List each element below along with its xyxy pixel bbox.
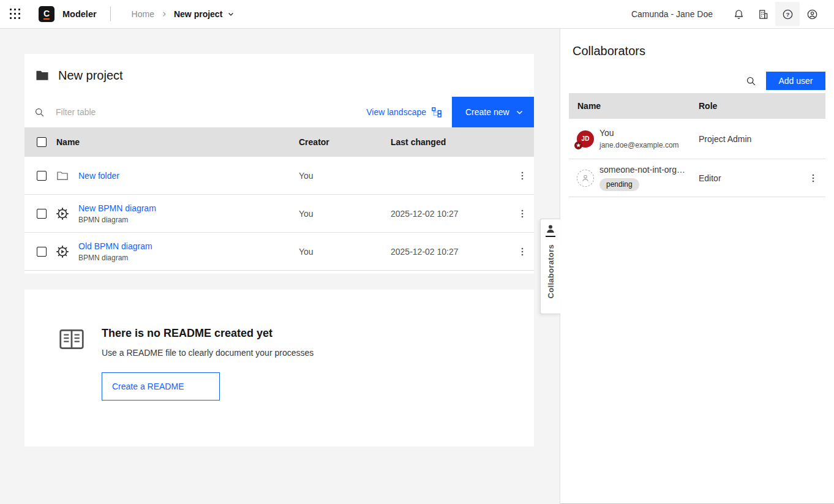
notifications-button[interactable] [726,2,751,26]
row-checkbox[interactable] [37,209,47,219]
readme-body: There is no README created yet Use a REA… [102,327,314,446]
folder-outline-icon [56,170,69,181]
collaborator-role: Editor [699,173,801,183]
bell-icon [732,8,745,21]
overflow-menu-button[interactable] [514,167,531,184]
folder-icon [36,69,49,81]
readme-card: There is no README created yet Use a REA… [24,290,534,446]
person-outline-icon [581,174,590,182]
collaborator-row: someone-not-int-org… pending Editor [569,159,825,197]
search-icon[interactable] [34,107,45,118]
collaborators-table-header: Name Role [569,93,825,119]
collaborators-panel: Collaborators Add user Name Role JD ★ [560,29,834,504]
profile-button[interactable] [800,2,824,26]
create-new-button[interactable]: Create new [452,97,534,127]
creator-cell: You [299,171,391,181]
admin-star-badge: ★ [574,141,582,149]
add-user-button[interactable]: Add user [766,72,825,90]
create-new-label: Create new [465,107,509,117]
app-switcher-icon[interactable] [10,9,21,20]
top-bar-right: Camunda - Jane Doe ? [631,2,824,26]
breadcrumb-current-label: New project [174,9,222,19]
last-changed-cell: 2025-12-02 10:27 [391,209,510,219]
overflow-menu-button[interactable] [514,205,531,222]
filter-search [24,107,366,118]
person-icon [546,225,555,237]
files-table-header: Name Creator Last changed [24,127,534,157]
table-row: New BPMN diagram BPMN diagram You 2025-1… [24,195,534,233]
divider [110,7,111,21]
collaborator-email: jane.doe@example.com [599,141,699,149]
search-button[interactable] [742,72,760,90]
avatar-initials: JD [582,135,590,142]
landscape-tree-icon [432,107,442,118]
breadcrumb: Home New project [132,9,235,19]
content-column: New project View landscape [0,29,560,504]
chevron-down-icon [227,10,235,18]
view-landscape-link[interactable]: View landscape [366,107,442,118]
collaborator-row: JD ★ You jane.doe@example.com Project Ad… [569,119,825,159]
column-name: Name [577,101,699,111]
building-icon [757,8,770,21]
overflow-menu-button[interactable] [805,170,822,187]
column-last-changed: Last changed [391,137,510,147]
filter-table-input[interactable] [54,107,366,118]
collaborators-tab[interactable]: Collaborators [540,219,560,314]
breadcrumb-home[interactable]: Home [132,9,154,19]
svg-text:?: ? [786,11,789,18]
chevron-right-icon [160,10,168,18]
row-checkbox[interactable] [37,171,47,181]
collaborators-table: Name Role JD ★ You jane.doe@example.com … [569,93,825,197]
organization-button[interactable] [751,2,775,26]
column-role: Role [699,101,801,111]
last-changed-cell: 2025-12-02 10:27 [391,247,510,257]
column-name: Name [56,137,299,147]
readme-title: There is no README created yet [102,327,314,340]
help-icon: ? [781,8,794,21]
collaborators-title: Collaborators [573,44,834,58]
collaborator-name: someone-not-int-org… [599,165,699,175]
avatar: JD ★ [577,130,594,148]
account-label: Camunda - Jane Doe [631,9,713,19]
app-title: Modeler [62,9,97,19]
creator-cell: You [299,209,391,219]
top-bar-left: C Modeler Home New project [10,6,235,22]
pending-avatar [577,170,594,187]
table-row: New folder You [24,157,534,195]
bpmn-diagram-icon [56,208,69,220]
search-icon [746,76,756,86]
file-link[interactable]: Old BPMN diagram [78,241,152,251]
bpmn-diagram-icon [56,246,69,258]
table-toolbar: View landscape Create new [24,97,534,127]
file-link[interactable]: New folder [78,171,119,181]
project-header: New project [24,54,534,97]
camunda-logo[interactable]: C [39,6,54,22]
column-creator: Creator [299,137,391,147]
logo-letter: C [43,9,50,18]
file-type-label: BPMN diagram [78,254,299,262]
project-card: New project View landscape [24,54,534,274]
file-type-label: BPMN diagram [78,216,299,224]
chevron-down-icon [516,108,524,116]
view-landscape-label: View landscape [366,107,426,117]
create-readme-button[interactable]: Create a README [102,372,220,401]
top-bar: C Modeler Home New project Camunda - Jan… [0,0,834,29]
pending-badge: pending [599,178,639,190]
collaborators-tab-label: Collaborators [546,244,555,298]
collaborators-toolbar: Add user [569,72,825,90]
collaborator-role: Project Admin [699,134,801,144]
help-button[interactable]: ? [775,2,800,26]
file-link[interactable]: New BPMN diagram [78,203,156,213]
table-row: Old BPMN diagram BPMN diagram You 2025-1… [24,233,534,271]
select-all-checkbox[interactable] [37,137,47,147]
breadcrumb-current[interactable]: New project [174,9,235,19]
overflow-menu-button[interactable] [514,243,531,260]
creator-cell: You [299,247,391,257]
main-area: New project View landscape [0,29,834,504]
row-checkbox[interactable] [37,247,47,257]
project-title: New project [58,69,123,83]
readme-book-icon [59,327,85,352]
collaborator-name: You [599,128,699,138]
readme-subtitle: Use a README file to clearly document yo… [102,348,314,358]
user-avatar-icon [806,8,819,21]
